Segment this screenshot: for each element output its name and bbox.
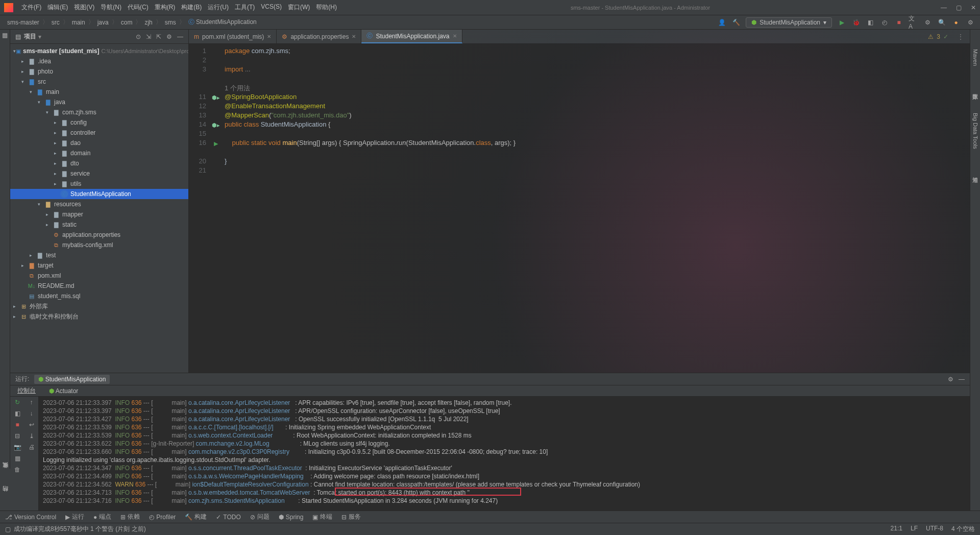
- bottom-tool-item[interactable]: ⎇Version Control: [5, 514, 56, 521]
- menu-item[interactable]: 重构(R): [152, 3, 179, 12]
- rerun-icon[interactable]: ↻: [15, 399, 20, 406]
- tree-item[interactable]: ▸▇controller: [10, 128, 188, 138]
- breadcrumb-item[interactable]: com: [119, 19, 135, 26]
- profile-icon[interactable]: ◴: [880, 18, 889, 27]
- tree-item[interactable]: M↓README.md: [10, 281, 188, 291]
- breadcrumb-item[interactable]: zjh: [142, 19, 154, 26]
- breadcrumb-item[interactable]: src: [50, 19, 62, 26]
- close-tab-icon[interactable]: ✕: [453, 33, 457, 39]
- breadcrumb-item[interactable]: ⓒ StudentMisApplication: [186, 18, 259, 27]
- menu-item[interactable]: 文件(F): [18, 3, 44, 12]
- run-subtab[interactable]: ⬢ Actuator: [47, 386, 80, 396]
- tree-item[interactable]: ▸▇test: [10, 250, 188, 260]
- side-tab[interactable]: 通知: [970, 168, 980, 177]
- bottom-tool-item[interactable]: 🔨构建: [185, 513, 207, 521]
- search-icon[interactable]: 🔍: [937, 18, 946, 27]
- run-subtab[interactable]: 控制台: [15, 385, 38, 396]
- build-hammer-icon[interactable]: 🔨: [731, 18, 741, 27]
- gear-icon[interactable]: ⚙: [166, 33, 172, 40]
- minimize-icon[interactable]: —: [941, 4, 947, 11]
- window-icon[interactable]: ▢: [5, 526, 11, 533]
- menu-item[interactable]: 代码(C): [125, 3, 152, 12]
- tree-item[interactable]: ▾▇com.zjh.sms: [10, 107, 188, 117]
- status-item[interactable]: UTF-8: [926, 525, 943, 533]
- maximize-icon[interactable]: ▢: [956, 4, 962, 11]
- menu-item[interactable]: 帮助(H): [313, 3, 340, 12]
- run-config-tab[interactable]: ⬢ StudentMisApplication: [34, 375, 110, 384]
- run-gutter-icon[interactable]: ⬢▸: [212, 122, 220, 129]
- run-icon[interactable]: ▶: [837, 18, 846, 27]
- run-config-selector[interactable]: ⬢ StudentMisApplication ▾: [746, 17, 832, 28]
- hide-icon[interactable]: —: [177, 33, 183, 40]
- bottom-tool-item[interactable]: ▶运行: [65, 513, 84, 521]
- close-tab-icon[interactable]: ✕: [352, 34, 356, 39]
- status-item[interactable]: 21:1: [891, 525, 902, 533]
- avatar-icon[interactable]: ●: [951, 18, 961, 27]
- tree-item[interactable]: ▾▇main: [10, 87, 188, 97]
- side-tab[interactable]: 数据库: [970, 85, 980, 93]
- status-item[interactable]: 4 个空格: [951, 525, 975, 533]
- menu-item[interactable]: 编辑(E): [44, 3, 71, 12]
- bottom-tool-item[interactable]: ⊟服务: [341, 513, 361, 521]
- tree-item[interactable]: ▸▇target: [10, 260, 188, 271]
- scroll-icon[interactable]: ⤓: [29, 432, 34, 440]
- editor-tab[interactable]: mpom.xml (student_mis)✕: [189, 30, 277, 43]
- scratches[interactable]: ▸ ⊟ 临时文件和控制台: [10, 311, 188, 322]
- tree-item[interactable]: ▸▇.idea: [10, 56, 188, 66]
- more-icon[interactable]: ⋮: [958, 33, 964, 40]
- external-libraries[interactable]: ▸ ⊞ 外部库: [10, 301, 188, 311]
- endpoints-icon[interactable]: ⊟: [15, 432, 20, 440]
- menu-item[interactable]: 运行(U): [205, 3, 232, 12]
- bottom-tool-item[interactable]: ⊞依赖: [120, 513, 140, 521]
- actuator-icon[interactable]: ◧: [15, 410, 20, 417]
- chevron-down-icon[interactable]: ▾: [38, 33, 41, 40]
- print-icon[interactable]: 🖨: [29, 444, 35, 451]
- menu-item[interactable]: 构建(B): [178, 3, 205, 12]
- settings-icon[interactable]: ⚙: [966, 18, 975, 27]
- bottom-tool-item[interactable]: ⬢Spring: [279, 514, 304, 521]
- collapse-all-icon[interactable]: ⇱: [156, 33, 161, 40]
- wrap-icon[interactable]: ↩: [29, 421, 34, 428]
- bottom-tool-item[interactable]: ⊘问题: [250, 513, 270, 521]
- code-content[interactable]: package com.zjh.sms;import ...1 个用法@Spri…: [222, 44, 970, 510]
- layout-icon[interactable]: ▦: [15, 455, 20, 462]
- side-tab[interactable]: 收藏夹: [1, 469, 10, 477]
- up-icon[interactable]: ↑: [30, 399, 33, 406]
- breadcrumb-item[interactable]: java: [95, 19, 111, 26]
- tree-item[interactable]: ▸▇service: [10, 168, 188, 179]
- stop-icon[interactable]: ■: [15, 421, 19, 428]
- coverage-icon[interactable]: ◧: [866, 18, 875, 27]
- bottom-tool-item[interactable]: ✓TODO: [216, 514, 240, 521]
- breadcrumb-item[interactable]: sms-master: [5, 19, 41, 26]
- tree-item[interactable]: ▸▇photo: [10, 66, 188, 77]
- bottom-tool-item[interactable]: ◴Profiler: [149, 514, 176, 521]
- tree-root[interactable]: ▾ ▣ sms-master [student_mis] C:\Users\Ad…: [10, 46, 188, 56]
- camera-icon[interactable]: 📷: [14, 444, 21, 451]
- tree-item[interactable]: ⧉pom.xml: [10, 271, 188, 281]
- menu-item[interactable]: VCS(S): [258, 3, 285, 12]
- tree-item[interactable]: ▸▇mapper: [10, 209, 188, 220]
- tree-item[interactable]: ⚙application.properties: [10, 230, 188, 240]
- debug-icon[interactable]: 🐞: [851, 18, 861, 27]
- run-gutter-icon[interactable]: ⬢▸: [212, 94, 220, 101]
- tree-item[interactable]: ▸▇static: [10, 220, 188, 230]
- tree-item[interactable]: ▤student_mis.sql: [10, 291, 188, 301]
- inspection-status[interactable]: ⚠ 3 ✓ ⋮: [922, 30, 970, 43]
- bottom-tool-item[interactable]: ▣终端: [312, 513, 332, 521]
- close-tab-icon[interactable]: ✕: [267, 34, 271, 39]
- tree-item[interactable]: ▸▇dto: [10, 158, 188, 168]
- trash-icon[interactable]: 🗑: [14, 466, 20, 473]
- lang-icon[interactable]: 文A: [909, 18, 918, 27]
- side-tab[interactable]: Maven: [971, 45, 979, 70]
- editor-tab[interactable]: ⓒStudentMisApplication.java✕: [361, 30, 462, 43]
- tree-item[interactable]: ▾▇resources: [10, 199, 188, 209]
- select-opened-icon[interactable]: ⊙: [136, 33, 141, 40]
- run-gutter-icon[interactable]: ▶: [214, 140, 218, 147]
- menu-item[interactable]: 窗口(W): [285, 3, 313, 12]
- tree-item[interactable]: ⓒStudentMisApplication: [10, 189, 188, 199]
- tree-item[interactable]: ▾▇java: [10, 97, 188, 107]
- menu-item[interactable]: 导航(N): [97, 3, 125, 12]
- bottom-tool-item[interactable]: ●端点: [93, 513, 111, 521]
- tree-item[interactable]: ⧉mybatis-config.xml: [10, 240, 188, 250]
- tree-item[interactable]: ▸▇utils: [10, 179, 188, 189]
